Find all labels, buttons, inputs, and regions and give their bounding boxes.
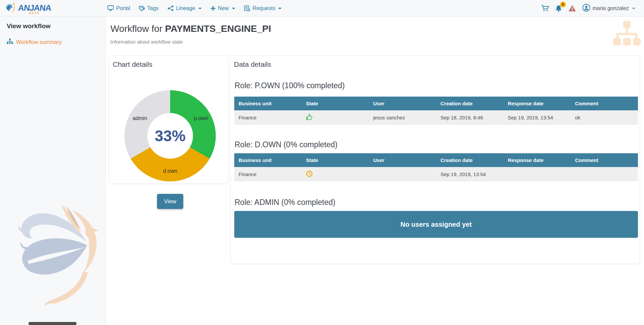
table-row: Finance Sep 19, 2019, 13:54 xyxy=(234,167,638,181)
lineage-nodes-icon xyxy=(167,5,174,11)
role-heading-down: Role: D.OWN (0% completed) xyxy=(235,140,338,149)
col-comment: Comment xyxy=(571,153,638,167)
menu-item-new[interactable]: New xyxy=(210,5,235,11)
menu-item-requests[interactable]: Requests xyxy=(244,5,282,11)
sidebar-item-label: Workflow summary xyxy=(16,39,62,45)
data-details-card: Data details Role: P.OWN (100% completed… xyxy=(230,55,640,264)
cell-user xyxy=(369,167,436,181)
chart-card-title: Chart details xyxy=(109,56,228,68)
donut-center-value: 33% xyxy=(155,127,186,145)
fairy-watermark xyxy=(17,203,107,308)
menu-item-portal[interactable]: Portal xyxy=(107,5,130,11)
menu-label: Requests xyxy=(253,5,276,11)
col-response-date: Response date xyxy=(503,153,571,167)
tags-icon xyxy=(139,6,145,11)
col-creation-date: Creation date xyxy=(436,97,504,110)
table-header-row: Business unit State User Creation date R… xyxy=(234,153,638,167)
col-state: State xyxy=(302,97,369,110)
col-user: User xyxy=(369,153,436,167)
donut-label-down: d.own xyxy=(163,168,178,174)
col-state: State xyxy=(302,153,369,167)
sitemap-icon xyxy=(7,39,13,46)
chevron-down-icon xyxy=(632,8,635,9)
cell-business-unit: Finance xyxy=(234,167,302,181)
sidebar-title: View workflow xyxy=(0,17,105,30)
role-table-pown: Business unit State User Creation date R… xyxy=(234,97,638,125)
page-title-prefix: Workflow for xyxy=(110,23,165,34)
donut-label-admin: admin xyxy=(133,115,147,121)
brand-sub-label: DATA xyxy=(29,11,40,15)
shopping-cart-icon[interactable] xyxy=(541,5,549,12)
brand-wordmark: ANJANA xyxy=(18,4,52,12)
no-users-banner: No users assigned yet xyxy=(234,211,638,238)
notification-count-badge: 8 xyxy=(560,2,566,7)
menu-label: New xyxy=(218,5,229,11)
request-list-icon xyxy=(244,5,250,11)
col-creation-date: Creation date xyxy=(436,153,504,167)
anjana-data-logo[interactable]: ANJANA DATA xyxy=(5,1,45,16)
cell-response-date: Sep 19, 2019, 13:54 xyxy=(503,110,571,125)
page-title-entity: PAYMENTS_ENGINE_PI xyxy=(165,23,271,34)
user-name: maria gonzalez xyxy=(593,5,629,11)
chart-details-card: Chart details 33% admin p.own d.own xyxy=(109,55,228,184)
cell-state xyxy=(302,167,369,181)
cell-response-date xyxy=(503,167,571,181)
menu-item-tags[interactable]: Tags xyxy=(139,5,159,11)
cell-user: jesus sanchez xyxy=(369,110,436,125)
col-user: User xyxy=(369,97,436,110)
cell-comment: ok xyxy=(571,110,638,125)
col-business-unit: Business unit xyxy=(234,153,302,167)
left-sidebar: View workflow Workflow summary xyxy=(0,17,106,325)
menu-label: Tags xyxy=(147,5,159,11)
cell-business-unit: Finance xyxy=(234,110,302,125)
role-heading-admin: Role: ADMIN (0% completed) xyxy=(235,198,335,207)
cell-creation-date: Sep 18, 2019, 8:46 xyxy=(436,110,504,125)
thumbs-up-icon xyxy=(306,116,312,121)
monitor-icon xyxy=(107,5,114,11)
chevron-down-icon xyxy=(232,8,235,9)
chevron-down-icon xyxy=(198,8,202,9)
notifications-bell-icon[interactable]: 8 xyxy=(555,5,562,12)
view-button[interactable]: View xyxy=(157,194,183,209)
main-menu: Portal Tags Lineage xyxy=(107,5,282,11)
cell-state xyxy=(302,110,369,125)
role-table-down: Business unit State User Creation date R… xyxy=(234,153,638,181)
horizontal-scrollbar-thumb[interactable] xyxy=(29,322,77,325)
cell-comment xyxy=(571,167,638,181)
page-subtitle: Information about workflow state xyxy=(110,39,183,45)
chevron-down-icon xyxy=(278,8,282,9)
col-response-date: Response date xyxy=(503,97,571,110)
data-card-title: Data details xyxy=(231,56,640,68)
navbar-right: 8 maria gonzalez xyxy=(541,4,644,13)
donut-label-pown: p.own xyxy=(194,115,208,121)
main-content: Workflow for PAYMENTS_ENGINE_PI Informat… xyxy=(106,17,644,325)
col-business-unit: Business unit xyxy=(234,97,302,110)
fairy-logo-icon xyxy=(5,1,18,16)
page-title: Workflow for PAYMENTS_ENGINE_PI xyxy=(110,23,271,34)
role-heading-pown: Role: P.OWN (100% completed) xyxy=(235,81,345,90)
clock-icon xyxy=(306,172,313,178)
menu-label: Lineage xyxy=(176,5,195,11)
menu-item-lineage[interactable]: Lineage xyxy=(167,5,202,11)
warning-triangle-icon[interactable] xyxy=(568,5,576,12)
table-row: Finance jesus sanchez Sep 18, 2019, 8:46… xyxy=(234,110,638,125)
user-menu[interactable]: maria gonzalez xyxy=(582,4,636,13)
table-header-row: Business unit State User Creation date R… xyxy=(234,97,638,110)
sitemap-corner-icon xyxy=(613,21,641,47)
donut-hole: 33% xyxy=(147,113,193,159)
col-comment: Comment xyxy=(571,97,638,110)
sidebar-item-workflow-summary[interactable]: Workflow summary xyxy=(7,39,105,46)
plus-icon xyxy=(210,6,216,11)
top-navbar: ANJANA DATA Portal Tags xyxy=(0,0,644,17)
menu-label: Portal xyxy=(116,5,130,11)
user-avatar-icon xyxy=(582,4,590,13)
cell-creation-date: Sep 19, 2019, 13:54 xyxy=(436,167,504,181)
